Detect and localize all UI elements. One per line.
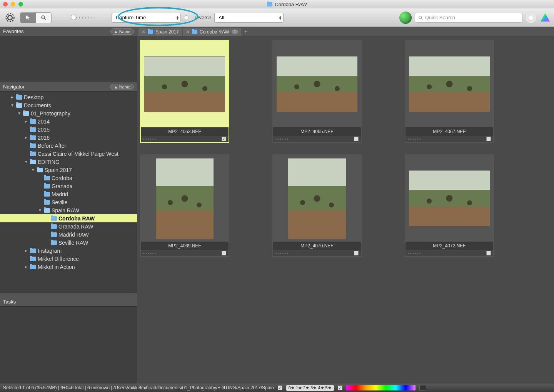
- color-profile-icon[interactable]: [539, 12, 551, 23]
- tree-item-granada-raw[interactable]: Granada RAW: [0, 222, 137, 230]
- tree-item-madrid-raw[interactable]: Madrid RAW: [0, 230, 137, 239]
- rating-dots[interactable]: [143, 253, 156, 254]
- chevron-down-icon[interactable]: ▼: [10, 103, 15, 107]
- thumbnail-image: [144, 56, 225, 112]
- tree-item-seville-raw[interactable]: Seville RAW: [0, 239, 137, 247]
- zoom-tool-button[interactable]: [36, 13, 51, 23]
- folder-icon: [148, 30, 153, 34]
- tree-item-documents[interactable]: ▼Documents: [0, 101, 137, 109]
- tab-cordoba-raw[interactable]: ✕Cordoba RAW1: [183, 28, 241, 36]
- thumbnail-mp2-4072-nef[interactable]: MP2_4072.NEF: [405, 154, 494, 257]
- tree-item-desktop[interactable]: ►Desktop: [0, 93, 137, 101]
- maximize-window-button[interactable]: [18, 2, 23, 7]
- tree-item-label: Madrid: [52, 191, 68, 197]
- tree-item-2014[interactable]: ►2014: [0, 117, 137, 125]
- tree-item-2016[interactable]: ►2016: [0, 133, 137, 142]
- horizontal-scrollbar[interactable]: [0, 293, 137, 297]
- main-area: Favorites ▲ Name Navigator ▲ Name ►Deskt…: [0, 27, 554, 384]
- chevron-down-icon[interactable]: ▼: [17, 111, 22, 115]
- folder-icon: [44, 208, 50, 213]
- tree-item-label: Before After: [38, 143, 66, 149]
- gear-icon: [5, 12, 15, 23]
- thumbnail-checkbox[interactable]: [486, 251, 491, 255]
- thumbnail-checkbox[interactable]: [354, 137, 359, 141]
- pointer-tool-button[interactable]: [20, 13, 36, 23]
- thumbnail-checkbox[interactable]: ✓: [222, 137, 226, 141]
- svg-point-4: [419, 16, 422, 18]
- thumbnail-mp2-4067-nef[interactable]: MP2_4067.NEF: [405, 40, 494, 143]
- filter-dropdown-wrap: All ▴▾: [214, 13, 284, 23]
- folder-icon: [44, 192, 50, 197]
- chevron-right-icon[interactable]: ►: [10, 95, 15, 99]
- rating-dots[interactable]: [275, 138, 288, 140]
- thumbnail-checkbox[interactable]: [222, 251, 226, 255]
- folder-icon: [30, 143, 36, 148]
- filter-dropdown[interactable]: All: [214, 13, 284, 23]
- tree-item-mikkel-difference[interactable]: Mikkel Difference: [0, 255, 137, 263]
- tree-item-01-photography[interactable]: ▼01_Photography: [0, 109, 137, 117]
- tree-item-spain-raw[interactable]: ▼Spain RAW: [0, 206, 137, 214]
- thumbnail-mp2-4063-nef[interactable]: MP2_4063.NEF✓: [140, 40, 229, 143]
- favorites-sort-button[interactable]: ▲ Name: [110, 28, 134, 35]
- add-tab-button[interactable]: +: [242, 28, 250, 35]
- chevron-down-icon[interactable]: ▼: [24, 160, 28, 164]
- rating-dots[interactable]: [143, 138, 156, 140]
- reverse-toggle[interactable]: [184, 15, 192, 20]
- tree-item-granada[interactable]: Granada: [0, 182, 137, 190]
- navigator-tree[interactable]: ►Desktop▼Documents▼01_Photography►201420…: [0, 92, 137, 293]
- thumbnail-checkbox[interactable]: [486, 137, 491, 141]
- search-input[interactable]: Quick Search: [415, 13, 522, 23]
- chevron-right-icon[interactable]: ►: [24, 249, 28, 253]
- folder-icon: [51, 232, 57, 237]
- favorites-body: [0, 36, 137, 82]
- reverse-label: reverse: [195, 15, 211, 20]
- tree-item-cordoba[interactable]: Cordoba: [0, 174, 137, 182]
- tree-item-cordoba-raw[interactable]: Cordoba RAW: [0, 214, 137, 222]
- chevron-down-icon[interactable]: ▼: [38, 208, 42, 212]
- chevron-right-icon[interactable]: ►: [24, 265, 28, 269]
- tree-item-label: Documents: [24, 102, 51, 108]
- tree-item-2015[interactable]: 2015: [0, 125, 137, 133]
- thumbnail-mp2-4065-nef[interactable]: MP2_4065.NEF: [272, 40, 362, 143]
- rating-dots[interactable]: [408, 253, 421, 254]
- tree-item-instagram[interactable]: ►Instagram: [0, 247, 137, 255]
- minimize-window-button[interactable]: [11, 2, 15, 7]
- thumbnail-checkbox[interactable]: [354, 251, 359, 255]
- status-checkbox-2[interactable]: ✓: [338, 385, 342, 390]
- tree-item-mikkel-in-action[interactable]: ►Mikkel in Action: [0, 263, 137, 271]
- navigator-sort-button[interactable]: ▲ Name: [110, 84, 134, 90]
- tree-item-before-after[interactable]: Before After: [0, 142, 137, 150]
- close-icon[interactable]: ✕: [186, 29, 190, 35]
- chevron-down-icon[interactable]: ▼: [31, 168, 35, 172]
- thumbnail-mp2-4069-nef[interactable]: MP2_4069.NEF: [140, 154, 229, 257]
- disc-icon[interactable]: [526, 12, 536, 23]
- star-rating-filter[interactable]: 0★ 1★ 2★ 3★ 4★ 5★: [286, 385, 334, 391]
- color-spectrum[interactable]: [346, 385, 416, 390]
- chevron-right-icon[interactable]: ►: [24, 119, 28, 123]
- tree-item-spain-2017[interactable]: ▼Spain 2017: [0, 166, 137, 174]
- thumbnail-mp2-4070-nef[interactable]: MP2_4070.NEF: [272, 154, 362, 257]
- preferences-button[interactable]: [3, 11, 17, 25]
- color-swatch[interactable]: [419, 385, 426, 390]
- sort-dropdown[interactable]: Capture Time: [112, 13, 181, 23]
- tab-spain-2017[interactable]: ✕Spain 2017: [138, 28, 182, 36]
- rating-dots[interactable]: [275, 253, 288, 254]
- close-window-button[interactable]: [3, 2, 8, 7]
- globe-icon[interactable]: [399, 12, 412, 24]
- tree-item-label: Seville RAW: [58, 240, 88, 246]
- folder-icon: [30, 152, 36, 156]
- thumbnail-size-slider[interactable]: [55, 14, 108, 22]
- tree-item-cassi-claire-of-mikkel-paige-west[interactable]: Cassi Claire of Mikkel Paige West: [0, 150, 137, 158]
- tree-item-madrid[interactable]: Madrid: [0, 190, 137, 198]
- chevron-right-icon[interactable]: ►: [24, 135, 28, 140]
- close-icon[interactable]: ✕: [142, 29, 145, 35]
- status-checkbox[interactable]: ✓: [278, 385, 282, 390]
- svg-line-3: [44, 18, 46, 20]
- tree-item-label: Cassi Claire of Mikkel Paige West: [38, 151, 118, 157]
- tree-item-editing[interactable]: ▼EDITING: [0, 158, 137, 166]
- tree-item-seville[interactable]: Seville: [0, 198, 137, 206]
- slider-thumb[interactable]: [71, 15, 76, 20]
- thumbnail-filename: MP2_4065.NEF: [273, 127, 361, 136]
- rating-dots[interactable]: [408, 138, 421, 140]
- tree-item-label: 2016: [38, 135, 50, 141]
